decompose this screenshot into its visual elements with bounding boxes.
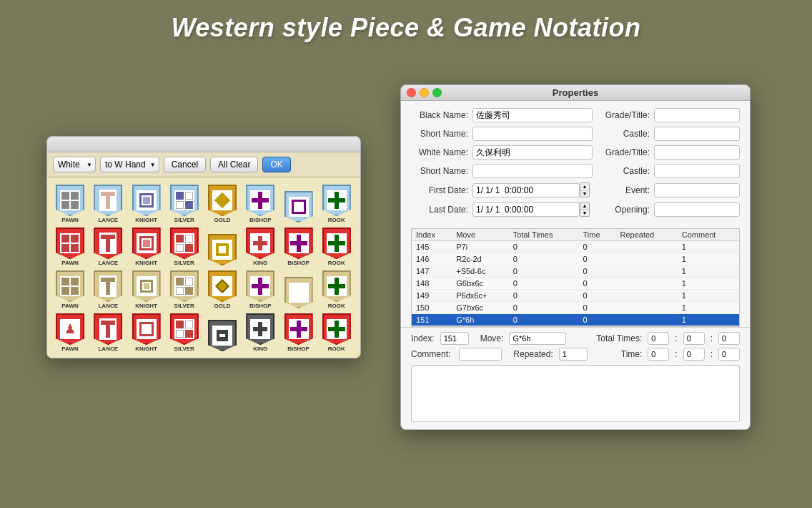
list-item[interactable]: PAWN [53, 269, 87, 309]
table-row[interactable]: 151G*6h001 [412, 314, 739, 326]
list-item[interactable]: ♟ PAWN [53, 312, 87, 352]
list-item[interactable]: SILVER [167, 269, 202, 309]
moves-table: Index Move Total Times Time Repeated Com… [412, 229, 739, 326]
list-item[interactable]: ROOK [320, 226, 354, 266]
list-item[interactable]: GOLD [205, 269, 239, 309]
last-date-row: Last Date: ▲▼ Opening: [411, 202, 740, 217]
list-item[interactable]: LANCE [91, 226, 125, 266]
white-name-input[interactable] [472, 145, 593, 160]
list-item[interactable]: BISHOP [243, 269, 277, 309]
white-name-label: White Name: [411, 147, 468, 157]
time-3[interactable] [718, 348, 740, 361]
black-name-input[interactable] [472, 108, 593, 122]
maximize-button[interactable] [432, 88, 442, 97]
first-date-input[interactable] [472, 183, 580, 197]
list-item[interactable]: LANCE [91, 183, 125, 223]
table-row[interactable]: 147+S5d-6c001 [412, 265, 739, 278]
table-row[interactable]: 146R2c-2d001 [412, 253, 739, 265]
cancel-button[interactable]: Cancel [164, 157, 206, 172]
time-1[interactable] [648, 348, 669, 361]
total-times-1[interactable] [648, 332, 669, 345]
list-item[interactable]: KNIGHT [129, 312, 164, 352]
list-item[interactable]: KNIGHT [129, 269, 164, 309]
castle-black-label: Castle: [593, 129, 650, 139]
first-date-stepper[interactable]: ▲▼ [580, 182, 590, 197]
event-label: Event: [593, 185, 650, 195]
white-name-row: White Name: Grade/Title: [411, 145, 740, 160]
list-item[interactable] [205, 312, 239, 352]
pieces-grid: PAWN LANCE KNIGHT [47, 177, 360, 358]
list-item[interactable]: LANCE [91, 312, 125, 352]
castle-black-input[interactable] [654, 127, 740, 141]
grade-title-white-input[interactable] [654, 145, 740, 160]
col-repeated: Repeated [616, 229, 678, 241]
opening-input[interactable] [654, 202, 740, 217]
list-item[interactable] [282, 269, 316, 309]
short-name-white-input[interactable] [472, 164, 593, 178]
properties-titlebar: Properties [401, 85, 750, 101]
list-item[interactable] [205, 226, 239, 266]
repeated-label: Repeated: [513, 349, 553, 359]
grade-title-white-label: Grade/Title: [593, 147, 650, 157]
event-input[interactable] [654, 183, 740, 197]
table-row[interactable]: 145P7i001 [412, 241, 739, 253]
all-clear-button[interactable]: All Clear [210, 157, 258, 172]
table-row[interactable]: 150G7bx6c001 [412, 302, 739, 314]
total-times-label: Total Times: [596, 333, 642, 343]
move-input[interactable] [509, 332, 566, 345]
white-selector[interactable]: White [53, 157, 96, 172]
comment-textarea[interactable] [411, 365, 740, 422]
short-name-black-input[interactable] [472, 127, 593, 141]
index-label: Index: [411, 333, 435, 343]
table-row[interactable]: 149P6dx6c+001 [412, 290, 739, 302]
opening-label: Opening: [593, 205, 650, 215]
properties-title: Properties [553, 87, 598, 98]
col-index: Index [412, 229, 452, 241]
last-date-label: Last Date: [411, 205, 468, 215]
list-item[interactable]: BISHOP [282, 226, 316, 266]
grade-title-black-input[interactable] [654, 108, 740, 122]
ok-button[interactable]: OK [262, 157, 290, 172]
col-move: Move [452, 229, 509, 241]
to-hand-selector[interactable]: to W Hand [100, 157, 159, 172]
list-item[interactable] [282, 183, 316, 223]
list-item[interactable]: BISHOP [282, 312, 316, 352]
list-item[interactable]: SILVER [167, 226, 202, 266]
black-name-row: Black Name: Grade/Title: [411, 108, 740, 122]
list-item[interactable]: LANCE [91, 269, 125, 309]
list-item[interactable]: ROOK [320, 312, 354, 352]
repeated-input[interactable] [559, 348, 588, 361]
comment-label: Comment: [411, 349, 450, 359]
list-item[interactable]: PAWN [53, 226, 87, 266]
moves-table-container[interactable]: Index Move Total Times Time Repeated Com… [411, 228, 740, 327]
table-row[interactable]: 148G6bx6c001 [412, 278, 739, 290]
black-name-label: Black Name: [411, 110, 468, 120]
bottom-form: Index: Move: Total Times: : : Comment: R… [401, 327, 750, 429]
repeated-label-inline [459, 348, 502, 361]
last-date-stepper[interactable]: ▲▼ [580, 202, 590, 217]
list-item[interactable]: BISHOP [243, 183, 277, 223]
close-button[interactable] [407, 88, 416, 97]
first-date-row: First Date: ▲▼ Event: [411, 182, 740, 197]
time-label: Time: [621, 349, 643, 359]
comment-repeated-row: Comment: Repeated: Time: : : [411, 348, 740, 361]
list-item[interactable]: KNIGHT [129, 183, 164, 223]
list-item[interactable]: ROOK [320, 269, 354, 309]
list-item[interactable]: SILVER [167, 312, 202, 352]
list-item[interactable]: GOLD [205, 183, 239, 223]
index-input[interactable] [440, 332, 469, 345]
total-times-2[interactable] [683, 332, 705, 345]
list-item[interactable]: PAWN [53, 183, 87, 223]
castle-white-label: Castle: [593, 166, 650, 176]
castle-white-input[interactable] [654, 164, 740, 178]
list-item[interactable]: SILVER [167, 183, 202, 223]
list-item[interactable]: KING [243, 226, 277, 266]
total-times-3[interactable] [718, 332, 740, 345]
list-item[interactable]: KING [243, 312, 277, 352]
properties-window: Properties Black Name: Grade/Title: Shor… [400, 84, 751, 430]
last-date-input[interactable] [472, 202, 580, 217]
list-item[interactable]: ROOK [320, 183, 354, 223]
list-item[interactable]: KNIGHT [129, 226, 164, 266]
minimize-button[interactable] [420, 88, 429, 97]
time-2[interactable] [683, 348, 705, 361]
